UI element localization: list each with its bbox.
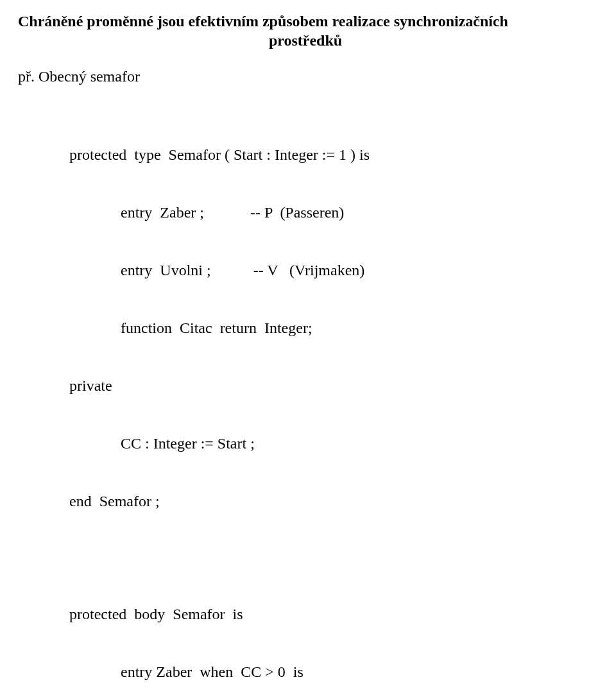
code-line: function Citac return Integer; (18, 318, 593, 337)
code-block-body: protected body Semafor is entry Zaber wh… (18, 566, 593, 700)
example-label: př. Obecný semafor (18, 67, 593, 86)
heading-line-1: Chráněné proměnné jsou efektivním způsob… (18, 12, 593, 31)
code-line: entry Zaber ; -- P (Passeren) (18, 203, 593, 222)
code-line: end Semafor ; (18, 491, 593, 511)
code-line: entry Uvolni ; -- V (Vrijmaken) (18, 260, 593, 280)
page-heading: Chráněné proměnné jsou efektivním způsob… (18, 12, 593, 50)
code-line: protected type Semafor ( Start : Integer… (18, 145, 593, 164)
heading-line-2: prostředků (18, 31, 593, 50)
code-line: entry Zaber when CC > 0 is (18, 662, 593, 681)
code-line: private (18, 376, 593, 395)
code-line: protected body Semafor is (18, 604, 593, 624)
code-line: CC : Integer := Start ; (18, 434, 593, 453)
code-block-type-decl: protected type Semafor ( Start : Integer… (18, 107, 593, 549)
